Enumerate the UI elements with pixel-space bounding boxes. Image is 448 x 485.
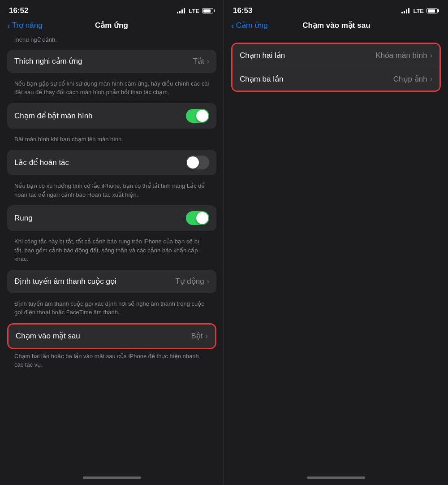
- page-title-right: Chạm vào mặt sau: [268, 21, 405, 30]
- chevron-right-icon-cham-vao-mat-sau: ›: [206, 332, 208, 340]
- group-dinh-tuyen: Định tuyến âm thanh cuộc gọi Tự động ›: [7, 270, 216, 293]
- value-thich-nghi: Tắt: [193, 56, 204, 66]
- left-content: menu ngữ cảnh. Thích nghi cảm ứng Tắt › …: [0, 35, 224, 470]
- nav-bar-left: ‹ Trợ năng Cảm ứng: [0, 19, 224, 35]
- value-cham-ba-lan: Chụp ảnh: [393, 74, 427, 84]
- row-thich-nghi[interactable]: Thích nghi cảm ứng Tắt ›: [7, 50, 216, 73]
- label-dinh-tuyen: Định tuyến âm thanh cuộc gọi: [14, 277, 175, 286]
- value-dinh-tuyen: Tự động: [175, 277, 204, 286]
- group-rung: Rung: [7, 205, 216, 231]
- group-cham-vao-mat-sau-wrapper: Chạm vào mặt sau Bật ›: [7, 323, 216, 349]
- chevron-right-icon-cham-hai-lan: ›: [430, 52, 432, 60]
- touch-back-group: Chạm hai lần Khóa màn hình › Chạm ba lần…: [233, 44, 439, 91]
- touch-back-group-wrapper: Chạm hai lần Khóa màn hình › Chạm ba lần…: [231, 43, 441, 92]
- label-cham-hai-lan: Chạm hai lần: [240, 51, 375, 60]
- label-lac-de-hoan-tac: Lắc để hoàn tác: [14, 158, 186, 167]
- right-panel: 16:53 LTE ‹ Cảm ứng Chạm vào mặt sau: [224, 0, 448, 485]
- group-lac-de-hoan-tac: Lắc để hoàn tác: [7, 150, 216, 175]
- battery-icon-left: [202, 8, 215, 13]
- lte-label-right: LTE: [413, 8, 424, 14]
- label-cham-de-bat: Chạm để bật màn hình: [14, 111, 186, 121]
- row-lac-de-hoan-tac[interactable]: Lắc để hoàn tác: [7, 150, 216, 175]
- desc-cham-vao-mat-sau: Chạm hai lần hoặc ba lần vào mặt sau của…: [7, 349, 216, 376]
- group-cham-vao-mat-sau: Chạm vào mặt sau Bật ›: [9, 325, 215, 348]
- signal-icon-right: [401, 8, 409, 13]
- group-cham-de-bat: Chạm để bật màn hình: [7, 103, 216, 129]
- signal-icon: [177, 8, 185, 13]
- chevron-right-icon-cham-ba-lan: ›: [430, 75, 432, 83]
- left-panel: 16:52 LTE ‹ Trợ năng Cảm ứng: [0, 0, 224, 485]
- chevron-right-icon-dinh-tuyen: ›: [207, 277, 209, 286]
- desc-thich-nghi: Nếu bạn gặp sự cố khi sử dụng màn hình c…: [7, 77, 216, 103]
- back-label-left: Trợ năng: [12, 21, 43, 30]
- nav-bar-right: ‹ Cảm ứng Chạm vào mặt sau: [224, 19, 448, 35]
- label-rung: Rung: [14, 214, 186, 223]
- clipped-description: menu ngữ cảnh.: [7, 35, 216, 50]
- row-cham-vao-mat-sau[interactable]: Chạm vào mặt sau Bật ›: [9, 325, 215, 348]
- desc-cham-de-bat: Bật màn hình khi bạn chạm lên màn hình.: [7, 132, 216, 150]
- desc-lac-de-hoan-tac: Nếu bạn có xu hướng tình cờ lắc iPhone, …: [7, 179, 216, 205]
- row-rung[interactable]: Rung: [7, 205, 216, 231]
- toggle-cham-de-bat[interactable]: [186, 109, 209, 123]
- row-dinh-tuyen[interactable]: Định tuyến âm thanh cuộc gọi Tự động ›: [7, 270, 216, 293]
- row-cham-hai-lan[interactable]: Chạm hai lần Khóa màn hình ›: [233, 44, 439, 67]
- toggle-lac-de-hoan-tac[interactable]: [186, 156, 209, 169]
- status-icons-left: LTE: [177, 8, 215, 14]
- desc-dinh-tuyen: Định tuyến âm thanh cuộc gọi xác định nơ…: [7, 297, 216, 323]
- chevron-left-icon: ‹: [7, 21, 10, 30]
- toggle-rung[interactable]: [186, 211, 209, 225]
- battery-icon-right: [426, 8, 439, 13]
- time-right: 16:53: [233, 6, 252, 15]
- label-cham-ba-lan: Chạm ba lần: [240, 74, 393, 84]
- right-content: Chạm hai lần Khóa màn hình › Chạm ba lần…: [224, 35, 448, 470]
- chevron-left-icon-right: ‹: [231, 21, 234, 30]
- value-cham-vao-mat-sau: Bật: [191, 331, 203, 341]
- label-cham-vao-mat-sau: Chạm vào mặt sau: [16, 331, 191, 341]
- time-left: 16:52: [9, 6, 28, 15]
- status-bar-left: 16:52 LTE: [0, 0, 224, 19]
- status-bar-right: 16:53 LTE: [224, 0, 448, 19]
- group-thich-nghi: Thích nghi cảm ứng Tắt ›: [7, 50, 216, 73]
- page-title-left: Cảm ứng: [43, 21, 181, 30]
- lte-label-left: LTE: [189, 8, 199, 14]
- label-thich-nghi: Thích nghi cảm ứng: [14, 56, 193, 66]
- back-button-left[interactable]: ‹ Trợ năng: [7, 21, 43, 30]
- back-button-right[interactable]: ‹ Cảm ứng: [231, 21, 268, 30]
- desc-rung: Khi công tắc này bị tắt, tất cả cảnh báo…: [7, 234, 216, 270]
- value-cham-hai-lan: Khóa màn hình: [375, 51, 427, 60]
- chevron-right-icon: ›: [207, 57, 209, 65]
- status-icons-right: LTE: [401, 8, 439, 14]
- home-indicator-right: [224, 470, 448, 485]
- home-indicator-left: [0, 470, 224, 485]
- row-cham-de-bat[interactable]: Chạm để bật màn hình: [7, 103, 216, 129]
- row-cham-ba-lan[interactable]: Chạm ba lần Chụp ảnh ›: [233, 67, 439, 91]
- back-label-right: Cảm ứng: [236, 21, 268, 30]
